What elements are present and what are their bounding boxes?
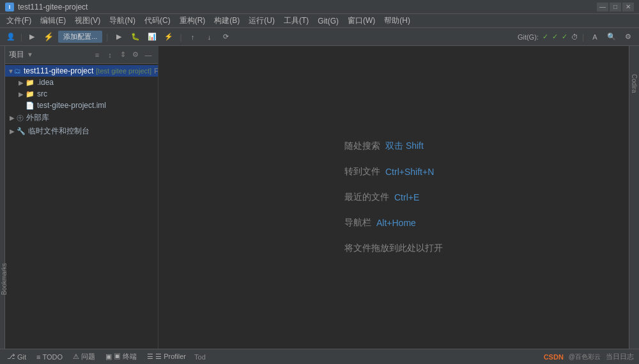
- menu-build[interactable]: 构建(B): [210, 14, 243, 27]
- git-label: Git(G):: [518, 33, 539, 41]
- toolbar-vcs1[interactable]: ↑: [186, 30, 200, 44]
- right-strip: Codira: [629, 46, 639, 349]
- maximize-button[interactable]: □: [610, 3, 621, 11]
- menu-view[interactable]: 视图(V): [71, 14, 104, 27]
- menu-tools[interactable]: 工具(T): [280, 14, 312, 27]
- hint-navbar: 导航栏 Alt+Home: [344, 217, 416, 229]
- status-bar: ⎇ Git ≡ TODO ⚠ 问题 ▣ ▣ 终端 ☰ ☰ Profiler To…: [0, 349, 639, 364]
- menu-run[interactable]: 运行(U): [245, 14, 279, 27]
- tree-item-root[interactable]: ▼ 🗂 test111-gitee-project [test gitee pr…: [5, 65, 158, 77]
- project-folder-icon: 🗂: [14, 67, 21, 75]
- watermark: @百色彩云: [569, 353, 601, 361]
- menu-file[interactable]: 文件(F): [3, 14, 35, 27]
- tree-label-pom: test-gitee-project.iml: [37, 101, 106, 110]
- hint-drop-label: 将文件拖放到此处以打开: [344, 243, 443, 254]
- tree-label-root: test111-gitee-project: [24, 66, 93, 75]
- status-todo[interactable]: ≡ TODO: [35, 353, 65, 361]
- close-button[interactable]: ✕: [622, 3, 634, 11]
- tree-item-external[interactable]: ▶ ㊉ 外部库: [5, 111, 158, 125]
- menu-code[interactable]: 代码(C): [141, 14, 174, 27]
- tree-arrow-scratch: ▶: [8, 128, 17, 135]
- add-config-button[interactable]: 添加配置...: [58, 31, 102, 43]
- status-terminal-label: ▣ 终端: [114, 352, 137, 361]
- panel-header: 项目 ▼ ≡ ↕ ⇕ ⚙ —: [5, 46, 158, 64]
- hint-search: 随处搜索 双击 Shift: [344, 140, 424, 152]
- toolbar-vcs2[interactable]: ↓: [203, 30, 217, 44]
- panel-action-1[interactable]: ≡: [91, 49, 103, 61]
- window-controls[interactable]: — □ ✕: [597, 3, 634, 11]
- status-terminal[interactable]: ▣ ▣ 终端: [104, 352, 139, 361]
- minimize-button[interactable]: —: [597, 3, 608, 11]
- project-panel: 项目 ▼ ≡ ↕ ⇕ ⚙ — ▼ 🗂 test111-gitee-project…: [5, 46, 158, 349]
- hint-navbar-shortcut: Alt+Home: [376, 218, 416, 228]
- toolbar-profile-btn[interactable]: 👤: [4, 30, 18, 44]
- status-profiler-label: ☰ Profiler: [155, 353, 186, 361]
- menu-bar: 文件(F) 编辑(E) 视图(V) 导航(N) 代码(C) 重构(R) 构建(B…: [0, 14, 639, 28]
- tree-item-src[interactable]: ▶ 📁 src: [5, 88, 158, 100]
- status-todo-label: TODO: [42, 353, 63, 361]
- external-lib-icon: ㊉: [17, 113, 24, 123]
- toolbar-vcs3[interactable]: ⟳: [219, 30, 233, 44]
- menu-navigate[interactable]: 导航(N): [105, 14, 139, 27]
- toolbar-tool1[interactable]: ⚡: [42, 30, 56, 44]
- tree-arrow-root: ▼: [8, 68, 14, 75]
- menu-git[interactable]: Git(G): [314, 15, 343, 27]
- status-problems-label: 问题: [81, 352, 95, 361]
- main-layout: Bookmarks 项目 ▼ ≡ ↕ ⇕ ⚙ — ▼ 🗂 test111-git…: [0, 46, 639, 349]
- scratch-icon: 🔧: [17, 127, 26, 135]
- panel-title: 项目: [9, 49, 24, 60]
- title-bar: I test111-gitee-project — □ ✕: [0, 0, 639, 14]
- hint-recent-shortcut: Ctrl+E: [394, 192, 419, 202]
- tree-label-idea: .idea: [37, 78, 54, 87]
- toolbar-run-arrow[interactable]: ▶: [25, 30, 39, 44]
- hint-recent: 最近的文件 Ctrl+E: [344, 192, 419, 203]
- tree-arrow-external: ▶: [8, 114, 17, 121]
- status-git[interactable]: ⎇ Git: [5, 353, 28, 361]
- tree-item-pom[interactable]: ▶ 📄 test-gitee-project.iml: [5, 100, 158, 111]
- profiler-icon: ☰: [147, 353, 153, 361]
- tod-text: Tod: [194, 353, 206, 361]
- status-profiler[interactable]: ☰ ☰ Profiler: [145, 353, 188, 361]
- menu-edit[interactable]: 编辑(E): [36, 14, 70, 27]
- menu-window[interactable]: 窗口(W): [344, 14, 379, 27]
- toolbar-translate[interactable]: A: [588, 30, 602, 44]
- bookmarks-label[interactable]: Bookmarks: [0, 261, 8, 298]
- status-left: ⎇ Git ≡ TODO ⚠ 问题 ▣ ▣ 终端 ☰ ☰ Profiler To…: [5, 352, 206, 361]
- hint-file-label: 转到文件: [344, 166, 380, 178]
- welcome-hints: 随处搜索 双击 Shift 转到文件 Ctrl+Shift+N 最近的文件 Ct…: [344, 140, 443, 254]
- todo-icon: ≡: [36, 353, 40, 361]
- tree-tag-root: [test gitee project]: [96, 67, 151, 75]
- git-clock-icon: ⏱: [571, 33, 578, 41]
- app-icon: I: [5, 3, 14, 11]
- menu-help[interactable]: 帮助(H): [380, 14, 414, 27]
- hint-file: 转到文件 Ctrl+Shift+N: [344, 166, 434, 178]
- menu-refactor[interactable]: 重构(R): [176, 14, 210, 27]
- folder-icon-idea: 📁: [26, 79, 35, 87]
- toolbar-search[interactable]: 🔍: [604, 30, 619, 44]
- git-status-icon: ⎇: [7, 353, 15, 361]
- codira-label[interactable]: Codira: [629, 72, 639, 95]
- panel-actions: ≡ ↕ ⇕ ⚙ —: [91, 49, 154, 61]
- status-problems[interactable]: ⚠ 问题: [71, 352, 97, 361]
- panel-action-close[interactable]: —: [142, 49, 154, 61]
- tree-item-scratch[interactable]: ▶ 🔧 临时文件和控制台: [5, 125, 158, 138]
- panel-action-2[interactable]: ↕: [104, 49, 116, 61]
- panel-action-settings[interactable]: ⚙: [130, 49, 141, 61]
- toolbar-profiler[interactable]: ⚡: [162, 30, 176, 44]
- tree-item-idea[interactable]: ▶ 📁 .idea: [5, 77, 158, 88]
- window-title: test111-gitee-project: [18, 3, 88, 11]
- tree-label-src: src: [37, 89, 47, 98]
- panel-action-3[interactable]: ⇕: [117, 49, 128, 61]
- tree-label-external: 外部库: [26, 112, 49, 123]
- hint-drop: 将文件拖放到此处以打开: [344, 243, 443, 254]
- git-status: Git(G): ✓ ✓ ✓ ⏱: [518, 33, 578, 41]
- toolbar-debug[interactable]: 🐛: [128, 30, 142, 44]
- panel-dropdown-icon[interactable]: ▼: [27, 51, 33, 58]
- tree-filepath-root: F:\Desk: [154, 67, 158, 75]
- hint-search-shortcut: 双击 Shift: [385, 140, 424, 152]
- toolbar-coverage[interactable]: 📊: [145, 30, 159, 44]
- toolbar-settings[interactable]: ⚙: [621, 30, 635, 44]
- hint-search-label: 随处搜索: [344, 140, 380, 152]
- toolbar-play[interactable]: ▶: [112, 30, 126, 44]
- hint-navbar-label: 导航栏: [344, 217, 371, 229]
